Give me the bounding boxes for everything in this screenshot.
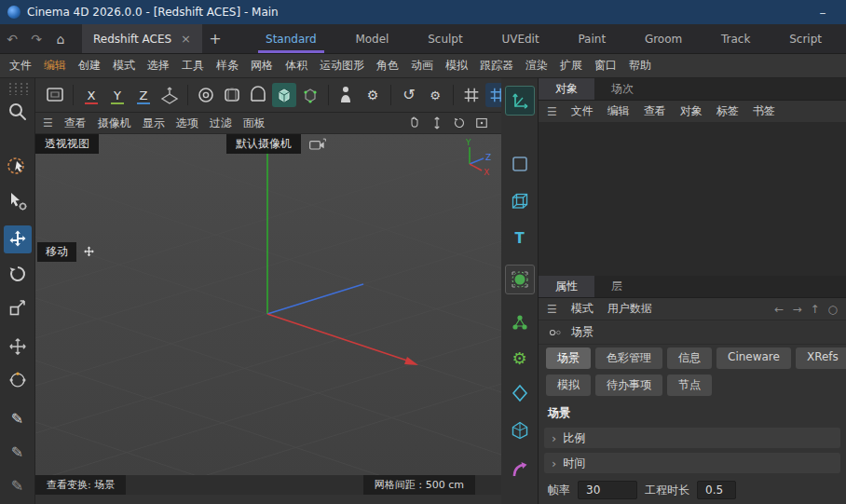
group-scale[interactable]: › 比例 [544, 428, 840, 448]
coordinates-tool-button[interactable] [505, 86, 535, 116]
move-tool-button[interactable] [4, 225, 32, 253]
tweak-tool-button[interactable] [5, 188, 31, 214]
text-object-button[interactable]: T [505, 224, 535, 253]
sphere-object-button-selected[interactable] [505, 265, 535, 294]
object-menu-icon[interactable]: ☰ [547, 105, 557, 118]
rotate-tool-button[interactable] [5, 261, 31, 287]
menu-animate[interactable]: 动画 [411, 58, 433, 74]
vp-menu-filter[interactable]: 过滤 [210, 116, 232, 131]
history-up-icon[interactable]: ↑ [810, 303, 819, 316]
om-menu-edit[interactable]: 编辑 [607, 103, 630, 119]
history-back-icon[interactable]: ← [774, 303, 784, 316]
object-list[interactable] [539, 123, 846, 276]
volume-object-button[interactable] [505, 415, 535, 445]
tab-attributes[interactable]: 属性 [539, 276, 594, 297]
shell-mode-button[interactable] [220, 83, 244, 107]
field-object-button[interactable] [505, 378, 535, 408]
camera-switch-icon[interactable] [308, 138, 327, 151]
om-menu-objects[interactable]: 对象 [680, 103, 703, 119]
menu-spline[interactable]: 样条 [216, 58, 239, 74]
menu-character[interactable]: 角色 [376, 58, 399, 74]
active-camera-label[interactable]: 默认摄像机 [226, 134, 301, 154]
search-icon[interactable]: ○ [828, 303, 838, 316]
attr-tab-info[interactable]: 信息 [667, 347, 712, 369]
attr-tab-scene[interactable]: 场景 [546, 347, 591, 369]
plane-object-button[interactable] [505, 149, 535, 179]
home-icon[interactable]: ⌂ [48, 24, 73, 53]
om-menu-tags[interactable]: 标签 [716, 103, 739, 119]
attr-tab-nodes[interactable]: 节点 [667, 375, 712, 396]
om-menu-file[interactable]: 文件 [571, 103, 594, 119]
vp-menu-display[interactable]: 显示 [143, 116, 165, 131]
cloner-object-button[interactable] [505, 307, 535, 337]
point-mode-button[interactable] [298, 83, 322, 107]
om-menu-bookmarks[interactable]: 书签 [753, 103, 775, 119]
vp-menu-panel[interactable]: 面板 [243, 116, 266, 131]
tab-layers[interactable]: 层 [594, 276, 639, 297]
menu-render[interactable]: 渲染 [525, 58, 548, 74]
tab-takes[interactable]: 场次 [594, 78, 650, 100]
lock-z-axis-button[interactable]: Z [131, 83, 156, 107]
minimize-button[interactable]: – [807, 5, 839, 20]
workplane-button[interactable] [157, 83, 182, 107]
attr-tab-cineware[interactable]: Cineware [716, 347, 791, 369]
menu-edit[interactable]: 编辑 [44, 58, 66, 74]
character-settings-button[interactable]: ⚙ [361, 83, 385, 107]
document-tab[interactable]: Redshift ACES × [82, 24, 202, 53]
workspace-tab-standard[interactable]: Standard [260, 24, 322, 53]
orbit-camera-icon[interactable] [451, 115, 468, 131]
snap-grid-button[interactable] [459, 83, 484, 107]
scale-tool-button[interactable] [5, 294, 31, 320]
am-menu-mode[interactable]: 模式 [571, 301, 594, 317]
lock-x-axis-button[interactable]: X [79, 83, 103, 107]
close-tab-icon[interactable]: × [181, 32, 191, 46]
am-menu-userdata[interactable]: 用户数据 [607, 301, 652, 317]
sketch-tool-button[interactable]: ✎ [5, 440, 31, 466]
effector-object-button[interactable]: ⚙ [505, 343, 535, 373]
zoom-tool-button[interactable] [5, 99, 31, 125]
frame-view-icon[interactable] [473, 115, 490, 131]
menu-select[interactable]: 选择 [147, 58, 170, 74]
fps-input[interactable]: 30 [578, 481, 637, 499]
menu-extensions[interactable]: 扩展 [560, 58, 582, 74]
ring-mode-button[interactable] [194, 83, 218, 107]
history-forward-icon[interactable]: → [792, 303, 801, 316]
vp-menu-options[interactable]: 选项 [176, 116, 198, 131]
more-objects-button[interactable] [505, 496, 535, 504]
viewport-canvas[interactable]: 透视视图 默认摄像机 Y Z X [35, 134, 501, 475]
toolbar-grip[interactable] [7, 82, 28, 95]
add-tab-button[interactable]: + [202, 24, 228, 53]
attr-tab-todo[interactable]: 待办事项 [595, 375, 662, 396]
character-manager-button[interactable] [334, 83, 359, 107]
tool-settings-button[interactable]: ⚙ [423, 83, 447, 107]
workspace-tab-uvedit[interactable]: UVEdit [496, 24, 544, 53]
workspace-tab-track[interactable]: Track [716, 24, 756, 53]
view-mode-label[interactable]: 透视视图 [35, 134, 99, 154]
attr-menu-icon[interactable]: ☰ [547, 303, 557, 316]
menu-tracker[interactable]: 跟踪器 [480, 58, 513, 74]
live-selection-tool-button[interactable] [5, 153, 31, 179]
menu-volume[interactable]: 体积 [285, 58, 307, 74]
menu-window[interactable]: 窗口 [594, 58, 617, 74]
workspace-tab-script[interactable]: Script [784, 24, 827, 53]
tab-objects[interactable]: 对象 [539, 78, 594, 100]
pen-tool-button[interactable]: ✎ [5, 406, 31, 432]
attr-tab-xrefs[interactable]: XRefs [796, 347, 846, 369]
axis-rotate-tool-button[interactable] [5, 367, 31, 393]
workspace-tab-model[interactable]: Model [349, 24, 394, 53]
om-menu-view[interactable]: 查看 [644, 103, 666, 119]
vp-menu-view[interactable]: 查看 [64, 116, 87, 131]
model-mode-button-active[interactable] [272, 83, 296, 107]
undo-nav-icon[interactable]: ↶ [0, 24, 24, 53]
surface-mode-button[interactable] [246, 83, 270, 107]
coordinate-system-button[interactable]: ↺ [397, 83, 421, 107]
workspace-tab-paint[interactable]: Paint [572, 24, 611, 53]
menu-mode[interactable]: 模式 [113, 58, 135, 74]
menu-create[interactable]: 创建 [78, 58, 101, 74]
spline-pen-tool-button[interactable]: ✎ [5, 473, 31, 499]
viewport-menu-icon[interactable]: ☰ [43, 116, 53, 129]
menu-file[interactable]: 文件 [9, 58, 32, 74]
workspace-tab-groom[interactable]: Groom [639, 24, 688, 53]
quantize-button-active[interactable] [485, 83, 501, 107]
vp-menu-camera[interactable]: 摄像机 [98, 116, 131, 131]
